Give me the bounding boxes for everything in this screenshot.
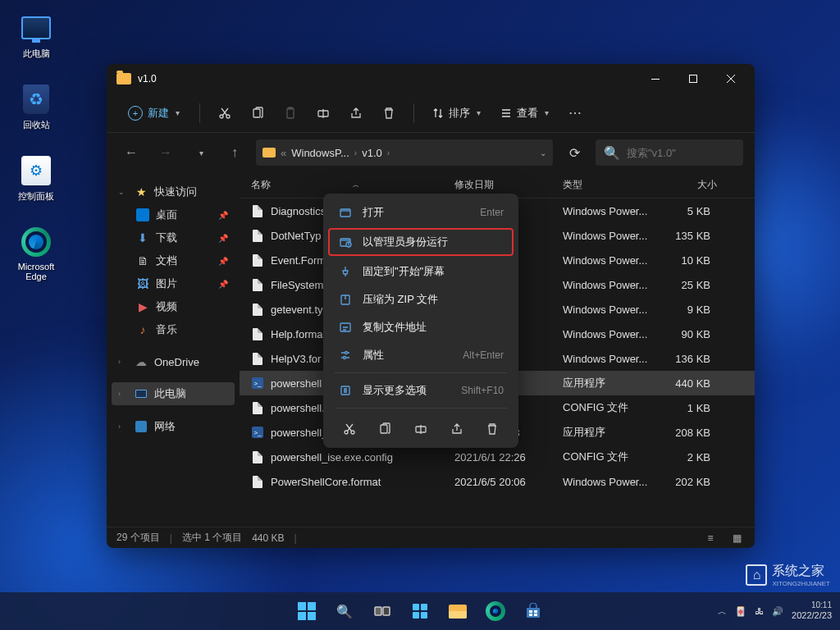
tray-clock[interactable]: 10:11 2022/2/23 bbox=[792, 600, 832, 621]
controlpanel-icon: ⚙ bbox=[20, 154, 52, 187]
menu-open[interactable]: 打开 Enter bbox=[328, 199, 514, 226]
rename-button[interactable] bbox=[409, 417, 433, 441]
search-button[interactable]: 🔍 bbox=[328, 595, 361, 628]
pin-icon: 📌 bbox=[218, 280, 228, 289]
search-box[interactable]: 🔍 bbox=[596, 139, 743, 166]
sort-button[interactable]: 排序 ▾ bbox=[424, 101, 489, 126]
desktop-icon-recyclebin[interactable]: ♻ 回收站 bbox=[8, 80, 64, 135]
cut-button[interactable] bbox=[210, 98, 240, 128]
minimize-button[interactable] bbox=[637, 66, 674, 92]
sidebar-item-music[interactable]: ♪ 音乐 bbox=[112, 318, 235, 341]
table-row[interactable]: powershell_ise.exe.config2021/6/1 22:26C… bbox=[240, 445, 755, 469]
sidebar-onedrive[interactable]: › ☁ OneDrive bbox=[112, 351, 235, 372]
view-list-button[interactable]: ≡ bbox=[702, 531, 719, 546]
monitor-icon bbox=[20, 11, 52, 44]
copy-button[interactable] bbox=[243, 98, 272, 128]
window-title: v1.0 bbox=[138, 73, 637, 84]
svg-rect-1 bbox=[690, 75, 697, 83]
logo-icon: ⌂ bbox=[746, 564, 767, 586]
desktop-icon bbox=[136, 208, 149, 221]
chevron-right-icon: › bbox=[118, 358, 128, 366]
start-button[interactable] bbox=[290, 595, 323, 628]
navbar: ← → ▾ ↑ « WindowsP... › v1.0 › ⌄ ⟳ 🔍 bbox=[107, 133, 755, 172]
more-button[interactable]: ⋯ bbox=[560, 98, 590, 128]
sidebar-item-videos[interactable]: ▶ 视频 bbox=[112, 295, 235, 318]
view-grid-button[interactable]: ▦ bbox=[728, 531, 745, 546]
sidebar-item-desktop[interactable]: 桌面 📌 bbox=[112, 203, 235, 226]
menu-show-more[interactable]: 显示更多选项 Shift+F10 bbox=[328, 377, 514, 404]
view-button[interactable]: 查看 ▾ bbox=[492, 101, 557, 126]
ime-icon[interactable]: 🀄 bbox=[735, 606, 746, 617]
properties-icon bbox=[338, 348, 353, 363]
volume-icon[interactable]: 🔊 bbox=[772, 606, 783, 617]
search-input[interactable] bbox=[627, 147, 755, 159]
desktop-icon-thispc[interactable]: 此电脑 bbox=[8, 8, 64, 63]
explorer-taskbar[interactable] bbox=[441, 595, 474, 628]
share-button[interactable] bbox=[341, 98, 371, 128]
sidebar-item-documents[interactable]: 🗎 文档 📌 bbox=[112, 249, 235, 272]
menu-run-as-admin[interactable]: 以管理员身份运行 bbox=[328, 228, 514, 256]
pin-icon: 📌 bbox=[218, 211, 228, 220]
sidebar-item-downloads[interactable]: ⬇ 下载 📌 bbox=[112, 226, 235, 249]
list-icon bbox=[500, 107, 512, 119]
file-icon bbox=[251, 204, 264, 217]
delete-button[interactable] bbox=[374, 98, 404, 128]
sidebar-thispc[interactable]: › 此电脑 bbox=[112, 382, 235, 405]
refresh-button[interactable]: ⟳ bbox=[561, 139, 587, 166]
recent-button[interactable]: ▾ bbox=[187, 139, 213, 166]
pin-icon: 📌 bbox=[218, 234, 228, 243]
store-taskbar[interactable] bbox=[517, 595, 550, 628]
svg-rect-25 bbox=[421, 612, 427, 619]
taskbar: 🔍 ︿ 🀄 🖧 🔊 10:11 2022/2/23 bbox=[0, 592, 840, 630]
network-icon bbox=[135, 420, 148, 433]
close-button[interactable] bbox=[712, 66, 750, 92]
rename-button[interactable] bbox=[308, 98, 338, 128]
share-button[interactable] bbox=[445, 417, 469, 441]
chevron-up-icon[interactable]: ︿ bbox=[718, 605, 727, 618]
back-button[interactable]: ← bbox=[118, 139, 144, 166]
recyclebin-icon: ♻ bbox=[20, 83, 52, 116]
titlebar[interactable]: v1.0 bbox=[107, 64, 755, 94]
sidebar-network[interactable]: › 网络 bbox=[112, 415, 235, 438]
taskview-button[interactable] bbox=[366, 595, 399, 628]
table-row[interactable]: PowerShellCore.format2021/6/5 20:06Windo… bbox=[240, 469, 755, 494]
file-icon bbox=[251, 352, 264, 365]
copy-button[interactable] bbox=[372, 417, 397, 441]
edge-taskbar[interactable] bbox=[479, 595, 512, 628]
document-icon: 🗎 bbox=[136, 254, 149, 267]
svg-rect-23 bbox=[421, 604, 427, 610]
network-icon[interactable]: 🖧 bbox=[755, 606, 764, 616]
sort-asc-icon: ︿ bbox=[353, 180, 359, 189]
cut-button[interactable] bbox=[337, 417, 362, 441]
menu-copy-path[interactable]: 复制文件地址 bbox=[328, 313, 514, 341]
forward-button: → bbox=[153, 139, 179, 166]
system-tray[interactable]: ︿ 🀄 🖧 🔊 10:11 2022/2/23 bbox=[718, 600, 832, 621]
sidebar-quick-access[interactable]: ⌄ ★ 快速访问 bbox=[112, 180, 235, 203]
menu-pin-to-start[interactable]: 固定到"开始"屏幕 bbox=[328, 258, 514, 285]
statusbar: 29 个项目 | 选中 1 个项目 440 KB | ≡ ▦ bbox=[107, 527, 755, 548]
file-icon bbox=[251, 401, 264, 414]
breadcrumb[interactable]: « WindowsP... › v1.0 › ⌄ bbox=[256, 139, 553, 166]
svg-rect-26 bbox=[527, 608, 540, 618]
widgets-button[interactable] bbox=[404, 595, 436, 628]
delete-button[interactable] bbox=[480, 417, 504, 441]
edge-icon bbox=[20, 226, 52, 258]
cloud-icon: ☁ bbox=[135, 355, 148, 368]
maximize-button[interactable] bbox=[674, 66, 712, 92]
up-button[interactable]: ↑ bbox=[221, 139, 248, 166]
chevron-down-icon[interactable]: ⌄ bbox=[540, 148, 546, 158]
star-icon: ★ bbox=[135, 185, 148, 199]
menu-compress-zip[interactable]: 压缩为 ZIP 文件 bbox=[328, 285, 514, 313]
desktop-icon-controlpanel[interactable]: ⚙ 控制面板 bbox=[8, 151, 64, 206]
sidebar-item-pictures[interactable]: 🖼 图片 📌 bbox=[112, 272, 235, 295]
new-button[interactable]: + 新建 ▾ bbox=[118, 101, 189, 126]
paste-button bbox=[276, 98, 305, 128]
desktop-icon-edge[interactable]: Microsoft Edge bbox=[8, 222, 64, 285]
menu-properties[interactable]: 属性 Alt+Enter bbox=[328, 341, 514, 369]
link-icon bbox=[338, 320, 353, 335]
svg-rect-30 bbox=[534, 614, 537, 616]
open-icon bbox=[338, 205, 353, 220]
svg-rect-20 bbox=[375, 607, 381, 615]
file-icon bbox=[251, 450, 264, 463]
svg-point-16 bbox=[345, 431, 348, 434]
